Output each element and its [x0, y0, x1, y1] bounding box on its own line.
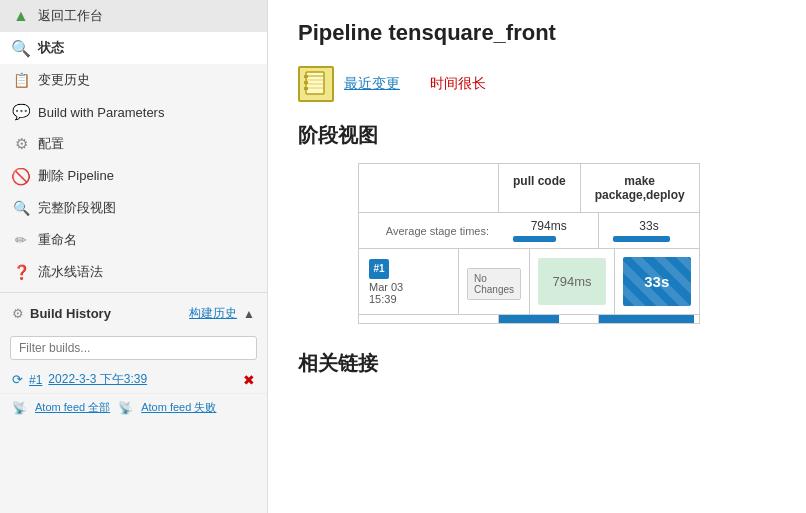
divider [0, 292, 267, 293]
no-changes-box: No Changes [467, 268, 521, 300]
recent-changes: 最近变更 时间很长 [298, 66, 776, 102]
progress-deploy [599, 315, 698, 323]
atom-feed-failed-link[interactable]: Atom feed 失败 [141, 400, 216, 415]
sidebar-item-status[interactable]: 🔍 状态 [0, 32, 267, 64]
stage-success-box: 794ms [538, 258, 606, 305]
back-icon: ▲ [12, 7, 30, 25]
related-links-title: 相关链接 [298, 350, 776, 377]
sidebar: ▲ 返回工作台 🔍 状态 📋 变更历史 💬 Build with Paramet… [0, 0, 268, 513]
build-history-label: Build History [30, 306, 183, 321]
progress-bar-row [359, 315, 699, 323]
no-changes-cell: No Changes [459, 249, 530, 314]
sidebar-item-full-stage-label: 完整阶段视图 [38, 199, 116, 217]
stage-pull-code-result[interactable]: 794ms [530, 249, 615, 314]
chevron-up-icon: ▲ [243, 307, 255, 321]
notebook-svg [303, 71, 329, 97]
svg-rect-6 [304, 81, 308, 84]
stage-deploy-result[interactable]: 33s [615, 249, 699, 314]
svg-rect-0 [306, 72, 324, 94]
sidebar-item-back[interactable]: ▲ 返回工作台 [0, 0, 267, 32]
avg-pull-code-value: 794ms [513, 219, 584, 233]
page-title: Pipeline tensquare_front [298, 20, 776, 46]
sidebar-item-build-params[interactable]: 💬 Build with Parameters [0, 96, 267, 128]
avg-make-deploy-value: 33s [613, 219, 684, 233]
stage-header: pull code make package,deploy [359, 164, 699, 213]
stage-header-empty [359, 164, 499, 212]
stage-avg-pull-code: 794ms [499, 213, 599, 248]
sidebar-item-rename[interactable]: ✏ 重命名 [0, 224, 267, 256]
config-icon: ⚙ [12, 135, 30, 153]
build-history-link[interactable]: 构建历史 [189, 305, 237, 322]
sidebar-item-delete[interactable]: 🚫 删除 Pipeline [0, 160, 267, 192]
sidebar-item-back-label: 返回工作台 [38, 7, 103, 25]
progress-empty [359, 315, 499, 323]
svg-rect-5 [304, 75, 308, 78]
stage-running-box: 33s [623, 257, 691, 306]
build-history-header: ⚙ Build History 构建历史 ▲ [0, 297, 267, 330]
status-icon: 🔍 [12, 39, 30, 57]
sidebar-item-delete-label: 删除 Pipeline [38, 167, 114, 185]
avg-pull-code-bar [513, 236, 556, 242]
full-stage-icon: 🔍 [12, 199, 30, 217]
build-params-icon: 💬 [12, 103, 30, 121]
rename-icon: ✏ [12, 231, 30, 249]
build-link[interactable]: #1 [29, 373, 42, 387]
build-date: 2022-3-3 下午3:39 [48, 371, 147, 388]
build-num-badge: #1 [369, 259, 389, 279]
build-row-1: #1 Mar 03 15:39 No Changes 794ms 33s [359, 249, 699, 315]
stage-view: pull code make package,deploy Average st… [358, 163, 700, 324]
sidebar-item-status-label: 状态 [38, 39, 64, 57]
sidebar-item-config-label: 配置 [38, 135, 64, 153]
sidebar-item-build-params-label: Build with Parameters [38, 105, 164, 120]
build-time-label: 15:39 [369, 293, 397, 305]
progress-pull-code-fill [499, 315, 559, 323]
build-fail-icon: ✖ [243, 372, 255, 388]
sidebar-item-history[interactable]: 📋 变更历史 [0, 64, 267, 96]
build-history-icon: ⚙ [12, 306, 24, 321]
stage-avg-row: Average stage times: 794ms 33s [359, 213, 699, 249]
build-item[interactable]: ⟳ #1 2022-3-3 下午3:39 ✖ [0, 366, 267, 394]
main-content: Pipeline tensquare_front 最近变更 时间很长 阶段视图 … [268, 0, 806, 513]
stage-avg-make-deploy: 33s [599, 213, 698, 248]
time-long-text: 时间很长 [430, 75, 486, 93]
stage-avg-label: Average stage times: [359, 219, 499, 243]
progress-pull-code [499, 315, 599, 323]
sidebar-item-pipeline-syntax-label: 流水线语法 [38, 263, 103, 281]
history-icon: 📋 [12, 71, 30, 89]
stage-header-pull-code: pull code [499, 164, 581, 212]
sidebar-item-full-stage[interactable]: 🔍 完整阶段视图 [0, 192, 267, 224]
filter-builds-input[interactable] [10, 336, 257, 360]
svg-rect-7 [304, 87, 308, 90]
sidebar-item-config[interactable]: ⚙ 配置 [0, 128, 267, 160]
build-running-icon: ⟳ [12, 372, 23, 387]
avg-make-deploy-bar [613, 236, 670, 242]
sidebar-item-history-label: 变更历史 [38, 71, 90, 89]
notebook-icon [298, 66, 334, 102]
atom-icon-all: 📡 [12, 401, 27, 415]
atom-feed-all-link[interactable]: Atom feed 全部 [35, 400, 110, 415]
build-info: #1 Mar 03 15:39 [359, 249, 459, 314]
pipeline-syntax-icon: ❓ [12, 263, 30, 281]
sidebar-item-rename-label: 重命名 [38, 231, 77, 249]
stage-view-title: 阶段视图 [298, 122, 776, 149]
progress-deploy-fill [599, 315, 693, 323]
delete-icon: 🚫 [12, 167, 30, 185]
atom-icon-failed: 📡 [118, 401, 133, 415]
sidebar-item-pipeline-syntax[interactable]: ❓ 流水线语法 [0, 256, 267, 288]
atom-feeds: 📡 Atom feed 全部 📡 Atom feed 失败 [0, 394, 267, 421]
stage-header-make-deploy: make package,deploy [581, 164, 699, 212]
recent-changes-link[interactable]: 最近变更 [344, 75, 400, 93]
build-date-label: Mar 03 [369, 281, 403, 293]
